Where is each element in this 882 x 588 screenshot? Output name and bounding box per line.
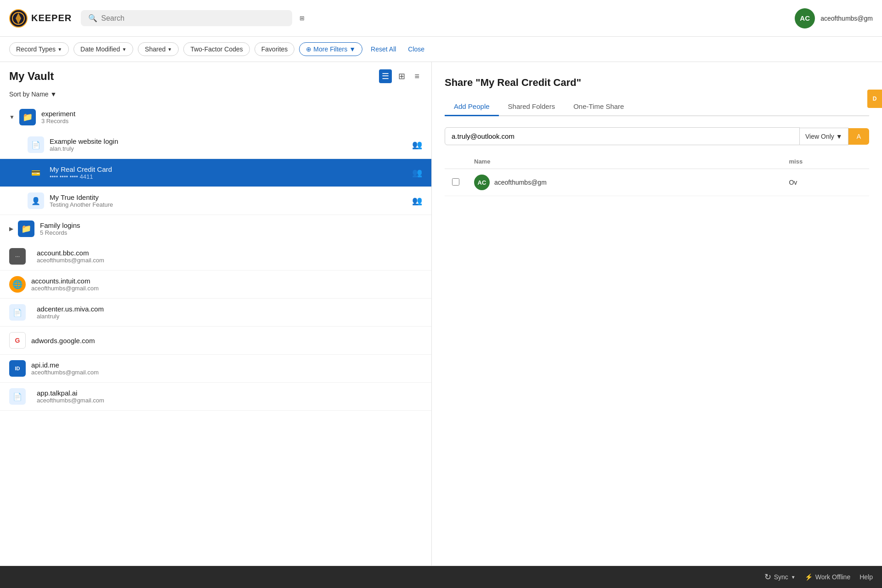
yellow-tab[interactable]: D xyxy=(867,90,882,108)
row-checkbox[interactable] xyxy=(452,178,459,186)
tab-shared-folders[interactable]: Shared Folders xyxy=(499,98,565,116)
chevron-down-icon: ▼ xyxy=(57,47,62,52)
tab-one-time-share[interactable]: One-Time Share xyxy=(564,98,633,116)
record-icon: 📄 xyxy=(9,304,26,321)
search-bar[interactable]: 🔍 xyxy=(81,10,292,26)
shared-folder-icon: 📁 xyxy=(18,220,34,237)
record-icon: ··· xyxy=(9,248,26,265)
table-header-permission xyxy=(736,154,782,169)
record-row[interactable]: 📄 app.talkpal.ai aceofthumbs@gmail.com xyxy=(0,383,431,411)
record-row[interactable]: ··· account.bbc.com aceofthumbs@gmail.co… xyxy=(0,243,431,271)
favorites-filter[interactable]: Favorites xyxy=(254,42,295,56)
permission-dropdown[interactable]: View Only ▼ xyxy=(800,128,848,145)
avatar: AC xyxy=(795,8,815,28)
share-add-button[interactable]: A xyxy=(848,128,869,145)
record-row[interactable]: G adwords.google.com xyxy=(0,327,431,355)
record-icon: 🌐 xyxy=(9,276,26,293)
folder-count: 3 Records xyxy=(41,118,422,124)
record-row[interactable]: 📄 Example website login alan.truly 👥 xyxy=(0,131,431,159)
chevron-down-icon: ▼ xyxy=(167,47,172,52)
app-header: KEEPER 🔍 ⊞ AC aceofthumbs@gm xyxy=(0,0,882,37)
record-sub: aceofthumbs@gmail.com xyxy=(31,369,422,376)
user-email: aceofthumbs@gm xyxy=(820,15,873,22)
more-filters-button[interactable]: ⊕ More Filters ▼ xyxy=(299,42,362,56)
shared-filter[interactable]: Shared ▼ xyxy=(138,42,179,56)
table-header-name: Name xyxy=(467,154,736,169)
sync-icon: ↻ xyxy=(764,572,771,582)
right-panel: D Share "My Real Credit Card" Add People… xyxy=(432,62,882,565)
record-name: account.bbc.com xyxy=(37,249,422,257)
record-info: api.id.me aceofthumbs@gmail.com xyxy=(31,361,422,376)
share-icon: 👥 xyxy=(412,196,422,206)
header-right: AC aceofthumbs@gm xyxy=(795,8,873,28)
reset-all-button[interactable]: Reset All xyxy=(367,43,400,56)
person-email: aceofthumbs@gm xyxy=(494,179,547,186)
share-icon: 👥 xyxy=(412,140,422,150)
bottom-bar: ↻ Sync ▼ ⚡ Work Offline Help xyxy=(0,566,882,588)
chevron-down-icon: ▼ xyxy=(51,90,57,98)
record-info: My Real Credit Card •••• •••• •••• 4411 xyxy=(50,165,412,180)
offline-icon: ⚡ xyxy=(805,573,813,581)
left-panel: My Vault ☰ ⊞ ≡ Sort by Name ▼ ▼ 📁 experi… xyxy=(0,62,432,565)
chevron-down-icon: ▼ xyxy=(791,575,796,580)
shared-table: Name miss AC aceofthumbs@gm xyxy=(445,154,869,196)
folder-collapse-button[interactable]: ▼ xyxy=(9,114,15,120)
search-icon: 🔍 xyxy=(88,14,97,23)
record-info: My True Identity Testing Another Feature xyxy=(50,193,412,208)
record-sub: •••• •••• •••• 4411 xyxy=(50,173,412,180)
search-input[interactable] xyxy=(101,14,285,23)
record-name: app.talkpal.ai xyxy=(37,389,422,397)
record-icon: 📄 xyxy=(9,388,26,405)
table-header-misc: miss xyxy=(781,154,869,169)
share-email-input[interactable] xyxy=(445,127,800,145)
sort-by-name-button[interactable]: Sort by Name ▼ xyxy=(9,90,57,98)
grid-view-button[interactable]: ⊞ xyxy=(396,69,408,83)
folder-family-logins[interactable]: ▶ 📁 Family logins 5 Records xyxy=(0,215,431,243)
record-row-selected[interactable]: 💳 My Real Credit Card •••• •••• •••• 441… xyxy=(0,159,431,187)
list-view-button[interactable]: ☰ xyxy=(379,69,392,83)
close-filters-button[interactable]: Close xyxy=(404,43,428,56)
record-info: accounts.intuit.com aceofthumbs@gmail.co… xyxy=(31,277,422,292)
record-sub: Testing Another Feature xyxy=(50,201,412,208)
filter-sliders-button[interactable]: ⊞ xyxy=(298,13,306,23)
logo: KEEPER xyxy=(9,9,72,28)
record-info: app.talkpal.ai aceofthumbs@gmail.com xyxy=(37,389,422,404)
share-icon: 👥 xyxy=(412,168,422,178)
help-button[interactable]: Help xyxy=(859,573,873,581)
app-name: KEEPER xyxy=(31,13,72,23)
record-sub: aceofthumbs@gmail.com xyxy=(37,257,422,264)
record-icon: ID xyxy=(9,360,26,377)
keeper-logo-icon xyxy=(9,9,28,28)
table-cell-name: AC aceofthumbs@gm xyxy=(467,169,736,196)
plus-icon: ⊕ xyxy=(306,45,311,53)
record-name: accounts.intuit.com xyxy=(31,277,422,285)
record-icon: G xyxy=(9,332,26,349)
folder-experiment[interactable]: ▼ 📁 experiment 3 Records xyxy=(0,103,431,131)
record-info: adwords.google.com xyxy=(31,337,422,345)
chevron-down-icon: ▼ xyxy=(836,133,842,140)
table-cell-checkbox[interactable] xyxy=(445,169,467,196)
chevron-down-icon: ▼ xyxy=(349,45,356,53)
folder-expand-button[interactable]: ▶ xyxy=(9,226,13,232)
record-info: Example website login alan.truly xyxy=(50,137,412,152)
record-icon: 👤 xyxy=(28,192,44,209)
compact-view-button[interactable]: ≡ xyxy=(412,69,422,83)
view-icons: ☰ ⊞ ≡ xyxy=(379,69,422,83)
record-row[interactable]: 👤 My True Identity Testing Another Featu… xyxy=(0,187,431,215)
record-sub: aceofthumbs@gmail.com xyxy=(37,397,422,404)
two-factor-codes-filter[interactable]: Two-Factor Codes xyxy=(183,42,249,56)
record-row[interactable]: ID api.id.me aceofthumbs@gmail.com xyxy=(0,355,431,383)
record-row[interactable]: 📄 adcenter.us.miva.com alantruly xyxy=(0,299,431,327)
share-title: Share "My Real Credit Card" xyxy=(445,77,869,89)
work-offline-button[interactable]: ⚡ Work Offline xyxy=(805,573,851,581)
filter-bar: Record Types ▼ Date Modified ▼ Shared ▼ … xyxy=(0,37,882,62)
record-row[interactable]: 🌐 accounts.intuit.com aceofthumbs@gmail.… xyxy=(0,271,431,299)
avatar: AC xyxy=(474,175,490,190)
folder-name: experiment xyxy=(41,110,422,118)
tab-add-people[interactable]: Add People xyxy=(445,98,499,116)
date-modified-filter[interactable]: Date Modified ▼ xyxy=(74,42,133,56)
record-types-filter[interactable]: Record Types ▼ xyxy=(9,42,69,56)
folder-info: experiment 3 Records xyxy=(41,110,422,124)
sync-button[interactable]: ↻ Sync ▼ xyxy=(764,572,796,582)
record-name: api.id.me xyxy=(31,361,422,369)
